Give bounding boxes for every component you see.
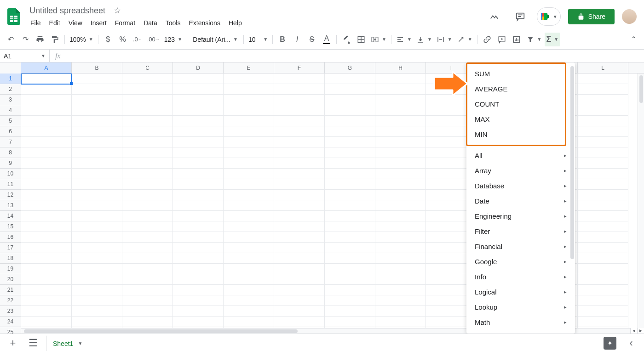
cell[interactable]	[173, 84, 224, 95]
spreadsheet-grid[interactable]: ABCDEFGHIJKL 123456789101112131415161718…	[0, 62, 644, 334]
cell[interactable]	[375, 317, 426, 327]
cell[interactable]	[224, 169, 274, 179]
cell[interactable]	[72, 84, 122, 95]
cell[interactable]	[72, 137, 122, 147]
cell[interactable]	[578, 179, 628, 190]
insert-link-button[interactable]	[480, 33, 494, 46]
cell[interactable]	[122, 74, 173, 84]
cell[interactable]	[122, 306, 173, 317]
cell[interactable]	[224, 74, 274, 84]
account-avatar[interactable]	[622, 9, 637, 24]
cell[interactable]	[224, 264, 274, 274]
cell[interactable]	[325, 95, 375, 105]
cell[interactable]	[21, 74, 72, 84]
cell[interactable]	[122, 232, 173, 243]
star-icon[interactable]: ☆	[114, 6, 121, 15]
decrease-decimal-button[interactable]: .0←	[131, 33, 144, 46]
cell[interactable]	[375, 84, 426, 95]
cell[interactable]	[21, 306, 72, 317]
cell[interactable]	[21, 317, 72, 327]
cell[interactable]	[173, 221, 224, 232]
cell[interactable]	[578, 158, 628, 169]
cell[interactable]	[21, 285, 72, 295]
function-item[interactable]: SUM	[466, 66, 575, 81]
cell[interactable]	[21, 137, 72, 147]
cell[interactable]	[173, 95, 224, 105]
cell[interactable]	[274, 232, 325, 243]
cell[interactable]	[72, 317, 122, 327]
cell[interactable]	[274, 221, 325, 232]
cell[interactable]	[578, 295, 628, 306]
cell[interactable]	[72, 200, 122, 211]
cell[interactable]	[375, 285, 426, 295]
paint-format-button[interactable]	[48, 33, 62, 46]
function-category[interactable]: Google	[466, 254, 575, 269]
cell[interactable]	[173, 264, 224, 274]
function-item[interactable]: COUNT	[466, 96, 575, 112]
redo-button[interactable]: ↷	[18, 33, 32, 46]
meet-button[interactable]: ▼	[537, 7, 561, 26]
cell[interactable]	[72, 253, 122, 264]
cell[interactable]	[21, 84, 72, 95]
cell[interactable]	[122, 253, 173, 264]
cell[interactable]	[375, 295, 426, 306]
function-category[interactable]: Filter	[466, 224, 575, 239]
cell[interactable]	[224, 179, 274, 190]
cell[interactable]	[274, 158, 325, 169]
column-header[interactable]: C	[122, 62, 173, 73]
cell[interactable]	[122, 137, 173, 147]
row-header[interactable]: 13	[0, 200, 21, 211]
borders-button[interactable]	[354, 33, 368, 46]
cell[interactable]	[173, 295, 224, 306]
zoom-dropdown[interactable]: 100%▼	[68, 33, 95, 46]
row-header[interactable]: 10	[0, 169, 21, 179]
cell[interactable]	[375, 137, 426, 147]
row-header[interactable]: 17	[0, 243, 21, 253]
cell[interactable]	[274, 169, 325, 179]
select-all-corner[interactable]	[0, 62, 21, 74]
cell[interactable]	[224, 243, 274, 253]
cell[interactable]	[325, 158, 375, 169]
cell[interactable]	[173, 306, 224, 317]
cell[interactable]	[325, 243, 375, 253]
cell[interactable]	[21, 116, 72, 126]
cell[interactable]	[122, 243, 173, 253]
column-header[interactable]: B	[72, 62, 122, 73]
menu-view[interactable]: View	[65, 17, 86, 28]
cell[interactable]	[72, 179, 122, 190]
cell[interactable]	[578, 221, 628, 232]
cell[interactable]	[21, 169, 72, 179]
cell[interactable]	[325, 137, 375, 147]
print-button[interactable]	[33, 33, 47, 46]
add-sheet-button[interactable]: +	[6, 337, 20, 349]
side-panel-toggle[interactable]: ‹	[624, 337, 638, 349]
cell[interactable]	[325, 169, 375, 179]
row-header[interactable]: 15	[0, 221, 21, 232]
column-header[interactable]: L	[578, 62, 628, 73]
menu-extensions[interactable]: Extensions	[185, 17, 224, 28]
italic-button[interactable]: I	[290, 33, 304, 46]
menu-format[interactable]: Format	[111, 17, 139, 28]
cell[interactable]	[21, 274, 72, 285]
cell[interactable]	[173, 169, 224, 179]
cell[interactable]	[173, 200, 224, 211]
cell[interactable]	[375, 105, 426, 116]
cell[interactable]	[224, 147, 274, 158]
bold-button[interactable]: B	[276, 33, 289, 46]
function-category[interactable]: Math	[466, 315, 575, 330]
cell[interactable]	[173, 190, 224, 200]
cell[interactable]	[274, 264, 325, 274]
cell[interactable]	[224, 158, 274, 169]
cell[interactable]	[173, 179, 224, 190]
cell[interactable]	[122, 221, 173, 232]
cell[interactable]	[578, 243, 628, 253]
menu-edit[interactable]: Edit	[46, 17, 64, 28]
column-header[interactable]: H	[375, 62, 426, 73]
cell[interactable]	[224, 274, 274, 285]
menu-help[interactable]: Help	[225, 17, 246, 28]
cell[interactable]	[21, 211, 72, 221]
horizontal-align-dropdown[interactable]: ▼	[394, 33, 414, 46]
sheets-logo[interactable]	[5, 7, 23, 26]
cell[interactable]	[224, 295, 274, 306]
cell[interactable]	[375, 169, 426, 179]
